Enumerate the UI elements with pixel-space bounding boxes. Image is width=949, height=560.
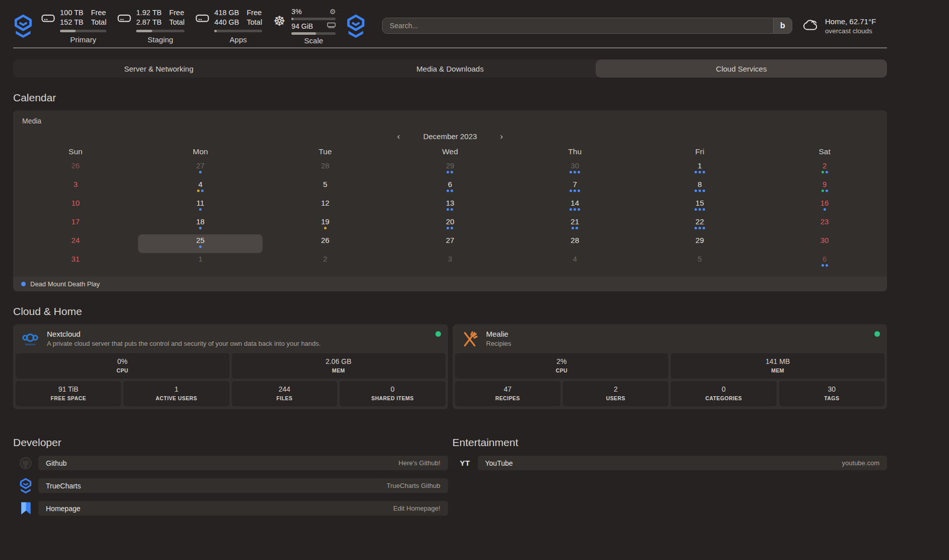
developer-section: Developer GithubHere's Github!TrueCharts… bbox=[13, 437, 448, 523]
calendar-day-12[interactable]: 12 bbox=[263, 197, 388, 216]
calendar-day-14[interactable]: 14 bbox=[513, 197, 638, 216]
day-event-dots bbox=[324, 227, 327, 229]
calendar-day-27[interactable]: 27 bbox=[138, 160, 263, 178]
event-dot bbox=[447, 208, 449, 211]
calendar-day-15[interactable]: 15 bbox=[638, 197, 763, 216]
service-stats-row: 0%CPU2.06 GBMEM bbox=[16, 353, 446, 379]
stat-categories: 0CATEGORIES bbox=[671, 381, 776, 406]
day-number: 13 bbox=[446, 199, 455, 207]
calendar-day-31[interactable]: 31 bbox=[13, 253, 138, 272]
calendar-day-26[interactable]: 26 bbox=[263, 234, 388, 253]
event-dot bbox=[197, 190, 200, 192]
calendar-day-10[interactable]: 10 bbox=[13, 197, 138, 216]
bookmark-homepage[interactable]: HomepageEdit Homepage! bbox=[38, 501, 448, 516]
event-dot bbox=[576, 227, 578, 229]
calendar-day-24[interactable]: 24 bbox=[13, 234, 138, 253]
search-provider-button[interactable]: b bbox=[773, 18, 792, 34]
calendar-day-2[interactable]: 2 bbox=[762, 160, 887, 178]
tab-cloud-services[interactable]: Cloud Services bbox=[596, 59, 887, 78]
calendar-day-28[interactable]: 28 bbox=[263, 160, 388, 178]
service-name: Mealie bbox=[486, 330, 512, 338]
calendar-weekday-row: SunMonTueWedThuFriSat bbox=[13, 147, 887, 156]
calendar-day-17[interactable]: 17 bbox=[13, 216, 138, 234]
search-input[interactable] bbox=[382, 18, 792, 34]
calendar-day-29[interactable]: 29 bbox=[638, 234, 763, 253]
truecharts-logo-icon bbox=[13, 14, 33, 38]
calendar-day-30[interactable]: 30 bbox=[762, 234, 887, 253]
day-event-dots bbox=[447, 190, 453, 192]
resource-value: 1.92 TB bbox=[136, 8, 162, 18]
section-title-cloud-home: Cloud & Home bbox=[13, 305, 887, 318]
event-dot bbox=[572, 227, 574, 229]
weekday-sat: Sat bbox=[762, 147, 887, 156]
event-dot bbox=[570, 190, 572, 192]
status-dot bbox=[435, 331, 441, 337]
calendar-day-6[interactable]: 6 bbox=[762, 253, 887, 272]
day-event-dots bbox=[570, 190, 580, 192]
calendar-day-20[interactable]: 20 bbox=[388, 216, 513, 234]
resource-widget-body: 100 TB152 TBFreeTotalPrimary bbox=[60, 8, 106, 44]
calendar-day-29[interactable]: 29 bbox=[388, 160, 513, 178]
event-dot bbox=[826, 190, 828, 192]
resource-value: 100 TB bbox=[60, 8, 84, 18]
calendar-day-30[interactable]: 30 bbox=[513, 160, 638, 178]
calendar-day-13[interactable]: 13 bbox=[388, 197, 513, 216]
calendar-day-1[interactable]: 1 bbox=[138, 253, 263, 272]
calendar-day-3[interactable]: 3 bbox=[388, 253, 513, 272]
calendar-day-16[interactable]: 16 bbox=[762, 197, 887, 216]
scale-mem-fill bbox=[291, 32, 315, 35]
truecharts-icon bbox=[13, 478, 38, 493]
service-link-nextcloud[interactable]: NextcloudNextcloudA private cloud server… bbox=[13, 324, 448, 353]
calendar-day-26[interactable]: 26 bbox=[13, 160, 138, 178]
calendar-day-18[interactable]: 18 bbox=[138, 216, 263, 234]
day-number: 9 bbox=[823, 180, 827, 189]
event-dot bbox=[451, 208, 453, 211]
calendar-day-11[interactable]: 11 bbox=[138, 197, 263, 216]
event-dot bbox=[324, 227, 327, 229]
day-number: 1 bbox=[698, 161, 702, 170]
resource-widget-label: Staging bbox=[136, 35, 184, 44]
calendar-day-25[interactable]: 25 bbox=[138, 234, 263, 253]
stat-users: 2USERS bbox=[563, 381, 668, 406]
day-number: 5 bbox=[323, 180, 327, 189]
stat-label: CATEGORIES bbox=[671, 395, 776, 401]
calendar-day-4[interactable]: 4 bbox=[513, 253, 638, 272]
calendar-day-9[interactable]: 9 bbox=[762, 178, 887, 197]
bookmark-youtube[interactable]: YouTubeyoutube.com bbox=[478, 456, 888, 470]
calendar-day-2[interactable]: 2 bbox=[263, 253, 388, 272]
cpu-icon: ⚙ bbox=[330, 8, 336, 15]
day-number: 27 bbox=[196, 161, 205, 170]
bookmark-github[interactable]: GithubHere's Github! bbox=[38, 456, 448, 470]
chevron-left-icon[interactable]: ‹ bbox=[397, 132, 400, 141]
tab-server-networking[interactable]: Server & Networking bbox=[13, 59, 304, 78]
calendar-day-6[interactable]: 6 bbox=[388, 178, 513, 197]
calendar-day-7[interactable]: 7 bbox=[513, 178, 638, 197]
stat-label: CPU bbox=[16, 367, 229, 374]
bookmark-row: GithubHere's Github! bbox=[13, 456, 448, 470]
day-event-dots bbox=[570, 208, 580, 211]
calendar-day-22[interactable]: 22 bbox=[638, 216, 763, 234]
tab-media-downloads[interactable]: Media & Downloads bbox=[304, 59, 596, 78]
event-dot bbox=[451, 227, 453, 229]
calendar-day-5[interactable]: 5 bbox=[263, 178, 388, 197]
calendar-day-23[interactable]: 23 bbox=[762, 216, 887, 234]
calendar-day-1[interactable]: 1 bbox=[638, 160, 763, 178]
calendar-day-19[interactable]: 19 bbox=[263, 216, 388, 234]
stat-value: 2% bbox=[455, 357, 669, 365]
calendar-day-4[interactable]: 4 bbox=[138, 178, 263, 197]
calendar-day-3[interactable]: 3 bbox=[13, 178, 138, 197]
event-dot bbox=[821, 264, 824, 267]
event-dot bbox=[570, 171, 572, 173]
section-title-calendar: Calendar bbox=[13, 92, 887, 104]
event-dot bbox=[826, 264, 828, 267]
entertainment-section: Entertainment YTYouTubeyoutube.com bbox=[453, 437, 888, 523]
calendar-day-27[interactable]: 27 bbox=[388, 234, 513, 253]
calendar-day-5[interactable]: 5 bbox=[638, 253, 763, 272]
service-link-mealie[interactable]: MealieRecipies bbox=[453, 324, 888, 353]
calendar-day-21[interactable]: 21 bbox=[513, 216, 638, 234]
calendar-day-28[interactable]: 28 bbox=[513, 234, 638, 253]
bookmark-truecharts[interactable]: TrueChartsTrueCharts Github bbox=[38, 478, 448, 493]
calendar-day-8[interactable]: 8 bbox=[638, 178, 763, 197]
chevron-right-icon[interactable]: › bbox=[500, 132, 503, 141]
event-dot bbox=[694, 171, 697, 173]
